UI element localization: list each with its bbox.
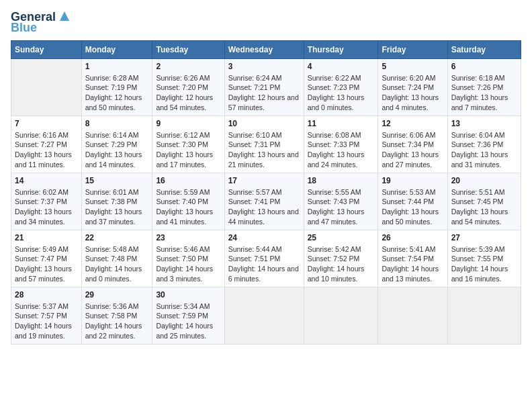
day-number: 5 xyxy=(382,62,443,71)
calendar-cell: 21Sunrise: 5:49 AMSunset: 7:47 PMDayligh… xyxy=(11,230,82,287)
calendar-cell: 4Sunrise: 6:22 AMSunset: 7:23 PMDaylight… xyxy=(304,58,378,116)
day-info: Sunrise: 5:48 AMSunset: 7:48 PMDaylight:… xyxy=(85,244,149,284)
day-info: Sunrise: 5:51 AMSunset: 7:45 PMDaylight:… xyxy=(451,187,517,227)
day-info: Sunrise: 6:22 AMSunset: 7:23 PMDaylight:… xyxy=(308,73,375,113)
day-info: Sunrise: 6:12 AMSunset: 7:30 PMDaylight:… xyxy=(156,130,220,170)
calendar-week-row: 14Sunrise: 6:02 AMSunset: 7:37 PMDayligh… xyxy=(11,173,521,230)
day-number: 25 xyxy=(308,233,375,242)
calendar-cell: 12Sunrise: 6:06 AMSunset: 7:34 PMDayligh… xyxy=(378,116,447,173)
day-info: Sunrise: 6:08 AMSunset: 7:33 PMDaylight:… xyxy=(308,130,375,170)
day-number: 15 xyxy=(85,176,149,185)
calendar-cell: 7Sunrise: 6:16 AMSunset: 7:27 PMDaylight… xyxy=(11,116,82,173)
weekday-header-friday: Friday xyxy=(378,40,447,58)
logo: General Blue xyxy=(11,11,72,35)
day-info: Sunrise: 6:14 AMSunset: 7:29 PMDaylight:… xyxy=(85,130,149,170)
day-number: 19 xyxy=(382,176,443,185)
day-number: 8 xyxy=(85,119,149,128)
calendar-week-row: 21Sunrise: 5:49 AMSunset: 7:47 PMDayligh… xyxy=(11,230,521,287)
day-info: Sunrise: 6:26 AMSunset: 7:20 PMDaylight:… xyxy=(156,73,220,113)
calendar-cell: 19Sunrise: 5:53 AMSunset: 7:44 PMDayligh… xyxy=(378,173,447,230)
day-info: Sunrise: 5:49 AMSunset: 7:47 PMDaylight:… xyxy=(15,244,78,284)
weekday-header-sunday: Sunday xyxy=(11,40,82,58)
day-number: 21 xyxy=(15,233,78,242)
day-number: 30 xyxy=(156,290,220,300)
day-info: Sunrise: 6:01 AMSunset: 7:38 PMDaylight:… xyxy=(85,187,149,227)
calendar-cell: 2Sunrise: 6:26 AMSunset: 7:20 PMDaylight… xyxy=(152,58,224,116)
calendar-cell: 6Sunrise: 6:18 AMSunset: 7:26 PMDaylight… xyxy=(447,58,521,116)
day-number: 3 xyxy=(228,62,300,71)
day-number: 26 xyxy=(382,233,443,242)
day-info: Sunrise: 6:24 AMSunset: 7:21 PMDaylight:… xyxy=(228,73,300,113)
calendar-cell: 28Sunrise: 5:37 AMSunset: 7:57 PMDayligh… xyxy=(11,287,82,344)
day-number: 22 xyxy=(85,233,149,242)
calendar-cell: 1Sunrise: 6:28 AMSunset: 7:19 PMDaylight… xyxy=(81,58,152,116)
day-number: 7 xyxy=(15,119,78,128)
calendar-cell: 10Sunrise: 6:10 AMSunset: 7:31 PMDayligh… xyxy=(224,116,304,173)
calendar-cell: 23Sunrise: 5:46 AMSunset: 7:50 PMDayligh… xyxy=(152,230,224,287)
calendar-week-row: 1Sunrise: 6:28 AMSunset: 7:19 PMDaylight… xyxy=(11,58,521,116)
day-info: Sunrise: 5:37 AMSunset: 7:57 PMDaylight:… xyxy=(15,302,78,341)
calendar-cell: 24Sunrise: 5:44 AMSunset: 7:51 PMDayligh… xyxy=(224,230,304,287)
calendar-cell: 9Sunrise: 6:12 AMSunset: 7:30 PMDaylight… xyxy=(152,116,224,173)
day-info: Sunrise: 6:04 AMSunset: 7:36 PMDaylight:… xyxy=(451,130,517,170)
calendar-cell: 15Sunrise: 6:01 AMSunset: 7:38 PMDayligh… xyxy=(81,173,152,230)
day-info: Sunrise: 5:36 AMSunset: 7:58 PMDaylight:… xyxy=(85,302,149,341)
weekday-header-tuesday: Tuesday xyxy=(152,40,224,58)
day-number: 11 xyxy=(308,119,375,128)
day-info: Sunrise: 6:16 AMSunset: 7:27 PMDaylight:… xyxy=(15,130,78,170)
weekday-header-saturday: Saturday xyxy=(447,40,521,58)
day-info: Sunrise: 5:42 AMSunset: 7:52 PMDaylight:… xyxy=(308,244,375,284)
day-info: Sunrise: 6:10 AMSunset: 7:31 PMDaylight:… xyxy=(228,130,300,170)
day-info: Sunrise: 5:44 AMSunset: 7:51 PMDaylight:… xyxy=(228,244,300,284)
calendar-cell: 8Sunrise: 6:14 AMSunset: 7:29 PMDaylight… xyxy=(81,116,152,173)
day-info: Sunrise: 5:55 AMSunset: 7:43 PMDaylight:… xyxy=(308,187,375,227)
calendar-cell xyxy=(11,58,82,116)
day-info: Sunrise: 5:41 AMSunset: 7:54 PMDaylight:… xyxy=(382,244,443,284)
day-number: 13 xyxy=(451,119,517,128)
day-number: 16 xyxy=(156,176,220,185)
day-number: 27 xyxy=(451,233,517,242)
calendar-cell: 25Sunrise: 5:42 AMSunset: 7:52 PMDayligh… xyxy=(304,230,378,287)
weekday-header-monday: Monday xyxy=(81,40,152,58)
day-info: Sunrise: 6:18 AMSunset: 7:26 PMDaylight:… xyxy=(451,73,517,113)
day-number: 12 xyxy=(382,119,443,128)
calendar-week-row: 7Sunrise: 6:16 AMSunset: 7:27 PMDaylight… xyxy=(11,116,521,173)
calendar-cell: 13Sunrise: 6:04 AMSunset: 7:36 PMDayligh… xyxy=(447,116,521,173)
calendar-cell: 14Sunrise: 6:02 AMSunset: 7:37 PMDayligh… xyxy=(11,173,82,230)
day-number: 6 xyxy=(451,62,517,71)
logo-icon xyxy=(57,9,72,24)
calendar-cell xyxy=(224,287,304,344)
day-number: 9 xyxy=(156,119,220,128)
day-number: 14 xyxy=(15,176,78,185)
day-info: Sunrise: 5:53 AMSunset: 7:44 PMDaylight:… xyxy=(382,187,443,227)
page-header: General Blue xyxy=(11,11,521,35)
day-info: Sunrise: 5:39 AMSunset: 7:55 PMDaylight:… xyxy=(451,244,517,284)
calendar-week-row: 28Sunrise: 5:37 AMSunset: 7:57 PMDayligh… xyxy=(11,287,521,344)
calendar-cell: 3Sunrise: 6:24 AMSunset: 7:21 PMDaylight… xyxy=(224,58,304,116)
day-number: 10 xyxy=(228,119,300,128)
calendar-table: SundayMondayTuesdayWednesdayThursdayFrid… xyxy=(11,40,521,345)
calendar-cell xyxy=(447,287,521,344)
calendar-cell: 26Sunrise: 5:41 AMSunset: 7:54 PMDayligh… xyxy=(378,230,447,287)
day-number: 1 xyxy=(85,62,149,71)
day-number: 18 xyxy=(308,176,375,185)
calendar-cell: 29Sunrise: 5:36 AMSunset: 7:58 PMDayligh… xyxy=(81,287,152,344)
svg-marker-0 xyxy=(60,11,69,21)
calendar-cell: 18Sunrise: 5:55 AMSunset: 7:43 PMDayligh… xyxy=(304,173,378,230)
calendar-cell xyxy=(304,287,378,344)
day-number: 20 xyxy=(451,176,517,185)
day-number: 17 xyxy=(228,176,300,185)
weekday-header-thursday: Thursday xyxy=(304,40,378,58)
weekday-header-row: SundayMondayTuesdayWednesdayThursdayFrid… xyxy=(11,40,521,58)
day-info: Sunrise: 6:20 AMSunset: 7:24 PMDaylight:… xyxy=(382,73,443,113)
calendar-cell xyxy=(378,287,447,344)
weekday-header-wednesday: Wednesday xyxy=(224,40,304,58)
calendar-cell: 16Sunrise: 5:59 AMSunset: 7:40 PMDayligh… xyxy=(152,173,224,230)
calendar-cell: 30Sunrise: 5:34 AMSunset: 7:59 PMDayligh… xyxy=(152,287,224,344)
day-info: Sunrise: 6:06 AMSunset: 7:34 PMDaylight:… xyxy=(382,130,443,170)
day-info: Sunrise: 5:46 AMSunset: 7:50 PMDaylight:… xyxy=(156,244,220,284)
calendar-cell: 20Sunrise: 5:51 AMSunset: 7:45 PMDayligh… xyxy=(447,173,521,230)
day-info: Sunrise: 5:34 AMSunset: 7:59 PMDaylight:… xyxy=(156,302,220,341)
day-number: 29 xyxy=(85,290,149,300)
calendar-cell: 22Sunrise: 5:48 AMSunset: 7:48 PMDayligh… xyxy=(81,230,152,287)
